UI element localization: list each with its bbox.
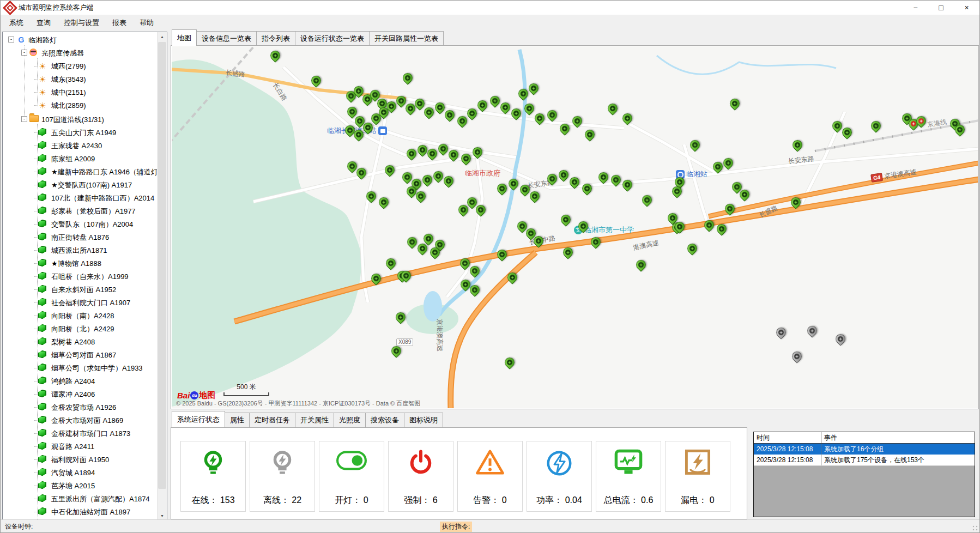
- tree-item-金桥农贸市场 A1926[interactable]: 金桥农贸市场 A1926: [3, 401, 157, 414]
- flag-icon: [38, 285, 46, 293]
- menu-item-帮助[interactable]: 帮助: [133, 15, 160, 31]
- tab-光照度[interactable]: 光照度: [334, 413, 366, 427]
- tree-expand-icon[interactable]: -: [21, 50, 27, 56]
- tree-item-南正街转盘 A1876[interactable]: 南正街转盘 A1876: [3, 231, 157, 244]
- flag-icon: [38, 455, 46, 463]
- status-card-caption: 开灯： 0: [335, 495, 368, 506]
- tree-item-城东(3543)[interactable]: ☀城东(3543): [3, 72, 157, 86]
- menu-item-报表[interactable]: 报表: [106, 15, 133, 31]
- status-card-caption: 告警： 0: [473, 495, 506, 506]
- tree-item-label: 福利院对面 A1950: [51, 455, 109, 465]
- menu-item-系统[interactable]: 系统: [3, 15, 30, 31]
- tree-item-社会福利院大门口 A1907[interactable]: 社会福利院大门口 A1907: [3, 296, 157, 309]
- tab-图标说明[interactable]: 图标说明: [404, 413, 443, 427]
- title-bar: 城市照明监控系统客户端 −□×: [1, 1, 979, 15]
- tree-item-107北（建新中路路口西）A2014[interactable]: 107北（建新中路路口西）A2014: [3, 191, 157, 204]
- event-text: 系统加载了16个分组: [821, 444, 975, 455]
- status-card-告警：: 告警： 0: [457, 441, 523, 512]
- tree-item-label: 鸿鹤路 A2404: [51, 377, 95, 386]
- tree-item-★交警队西(107南) A1917[interactable]: ★交警队西(107南) A1917: [3, 178, 157, 191]
- status-card-caption: 漏电： 0: [681, 495, 714, 506]
- tab-系统运行状态[interactable]: 系统运行状态: [172, 411, 225, 427]
- tree-scrollbar[interactable]: ▲ ▼: [157, 32, 167, 520]
- tree-item-城中(2151)[interactable]: ☀城中(2151): [3, 86, 157, 99]
- tree-item-107国道沿线(31/31)[interactable]: -107国道沿线(31/31): [3, 113, 157, 126]
- maximize-button[interactable]: □: [928, 1, 954, 15]
- menu-item-查询[interactable]: 查询: [30, 15, 57, 31]
- tree-item-城西(2799)[interactable]: ☀城西(2799): [3, 59, 157, 72]
- flag-icon: [38, 468, 46, 476]
- flag-icon: [38, 390, 46, 397]
- map-attribution: © 2025 Baidu - GS(2023)3206号 - 甲测资字11111…: [176, 399, 420, 408]
- tree-item-金桥建材市场门口 A1873[interactable]: 金桥建材市场门口 A1873: [3, 427, 157, 440]
- status-card-caption: 强制： 6: [404, 495, 437, 506]
- tree-item-光照度传感器[interactable]: -光照度传感器: [3, 46, 157, 59]
- tab-定时器任务[interactable]: 定时器任务: [249, 413, 295, 427]
- sun-icon: ☀: [38, 88, 47, 96]
- flag-icon: [38, 481, 46, 489]
- tree-item-五里派出所（富源汽配）A1874[interactable]: 五里派出所（富源汽配）A1874: [3, 492, 157, 505]
- tab-指令列表[interactable]: 指令列表: [256, 31, 295, 46]
- minimize-button[interactable]: −: [903, 1, 928, 15]
- tab-设备信息一览表[interactable]: 设备信息一览表: [196, 31, 257, 46]
- tree-item-城西派出所A1871[interactable]: 城西派出所A1871: [3, 244, 157, 257]
- tree-item-向阳桥（北）A2429[interactable]: 向阳桥（北）A2429: [3, 322, 157, 335]
- flag-icon: [38, 429, 46, 437]
- tab-地图[interactable]: 地图: [172, 29, 197, 46]
- tree-item-烟草公司（求知中学）A1933[interactable]: 烟草公司（求知中学）A1933: [3, 361, 157, 374]
- tree-item-汽贸城 A1894[interactable]: 汽贸城 A1894: [3, 466, 157, 479]
- close-button[interactable]: ×: [954, 1, 979, 15]
- resize-grip[interactable]: [972, 525, 978, 531]
- tree-item-label: 梨树巷 A2408: [51, 337, 95, 347]
- event-row[interactable]: 2025/3/28 12:15:08系统加载了175个设备，在线153个: [754, 455, 975, 466]
- event-col-event: 事件: [821, 432, 975, 443]
- tree-item-label: 107国道沿线(31/31): [41, 115, 104, 125]
- event-row[interactable]: 2025/3/28 12:15:08系统加载了16个分组: [754, 444, 975, 455]
- baidu-map-canvas[interactable]: 长盛路长白路长安东路长安东路长盛中路长盛路港澳高速京港澳高速京港线G4京港澳高速…: [172, 46, 978, 408]
- event-time: 2025/3/28 12:15:08: [754, 455, 821, 465]
- tab-开关回路属性一览表[interactable]: 开关回路属性一览表: [369, 31, 444, 46]
- tree-item-★博物馆 A1888[interactable]: ★博物馆 A1888: [3, 257, 157, 270]
- tree-item-label: 交警队东（107南）A2004: [51, 220, 133, 229]
- tree-item-城北(2859)[interactable]: ☀城北(2859): [3, 99, 157, 112]
- tab-设备运行状态一览表[interactable]: 设备运行状态一览表: [295, 31, 370, 46]
- tree-item-谭家冲 A2406[interactable]: 谭家冲 A2406: [3, 387, 157, 401]
- tree-expand-icon[interactable]: -: [21, 116, 27, 122]
- status-card-在线：: 在线： 153: [180, 441, 246, 512]
- scroll-up-icon[interactable]: ▲: [158, 32, 167, 41]
- tree-item-石咀桥（自来水）A1999[interactable]: 石咀桥（自来水）A1999: [3, 270, 157, 283]
- status-card-caption: 总电流： 0.6: [604, 495, 654, 506]
- tab-属性[interactable]: 属性: [225, 413, 250, 427]
- tree-item-烟草公司对面 A1867[interactable]: 烟草公司对面 A1867: [3, 348, 157, 361]
- tree-item-临湘路灯[interactable]: -G临湘路灯: [3, 33, 157, 46]
- menu-item-控制与设置[interactable]: 控制与设置: [57, 15, 106, 31]
- tree-item-金桥大市场对面 A1869[interactable]: 金桥大市场对面 A1869: [3, 414, 157, 427]
- baidu-logo-text: Bai: [177, 391, 190, 400]
- tree-item-向阳桥（南）A2428[interactable]: 向阳桥（南）A2428: [3, 309, 157, 322]
- tree-item-五尖山大门东 A1949[interactable]: 五尖山大门东 A1949: [3, 126, 157, 139]
- tree-item-陈家组 A2009[interactable]: 陈家组 A2009: [3, 152, 157, 165]
- tree-item-自来水斜对面 A1952[interactable]: 自来水斜对面 A1952: [3, 283, 157, 296]
- event-table-header: 时间事件: [754, 432, 975, 444]
- tree-item-彭家巷（党校后面）A1977[interactable]: 彭家巷（党校后面）A1977: [3, 204, 157, 217]
- tree-item-观音路 A2411[interactable]: 观音路 A2411: [3, 440, 157, 453]
- toggle-icon: [336, 441, 367, 475]
- tree-item-福利院对面 A1950[interactable]: 福利院对面 A1950: [3, 453, 157, 466]
- tree-item-芭茅塘 A2015[interactable]: 芭茅塘 A2015: [3, 479, 157, 492]
- scrollbar-thumb[interactable]: [158, 42, 166, 489]
- tree-item-王家珑巷 A2430[interactable]: 王家珑巷 A2430: [3, 139, 157, 152]
- tree-expand-icon[interactable]: -: [8, 37, 14, 43]
- tab-开关属性[interactable]: 开关属性: [295, 413, 334, 427]
- tab-搜索设备[interactable]: 搜索设备: [365, 413, 404, 427]
- flag-icon: [38, 416, 46, 423]
- tree-item-中石化加油站对面 A1897[interactable]: 中石化加油站对面 A1897: [3, 505, 157, 518]
- tree-item-鸿鹤路 A2404[interactable]: 鸿鹤路 A2404: [3, 374, 157, 387]
- tree-item-梨树巷 A2408[interactable]: 梨树巷 A2408: [3, 335, 157, 348]
- tree-item-label: 烟草公司（求知中学）A1933: [51, 364, 143, 373]
- tree-item-★建新中路路口东 A1946（辅道灯）[interactable]: ★建新中路路口东 A1946（辅道灯）: [3, 165, 157, 178]
- tree-item-交警队东（107南）A2004[interactable]: 交警队东（107南）A2004: [3, 217, 157, 231]
- status-card-value: 22: [289, 495, 301, 505]
- tree-item-label: 烟草公司对面 A1867: [51, 350, 116, 360]
- sun-icon: ☀: [38, 101, 47, 110]
- tree-item-label: 谭家冲 A2406: [51, 390, 95, 399]
